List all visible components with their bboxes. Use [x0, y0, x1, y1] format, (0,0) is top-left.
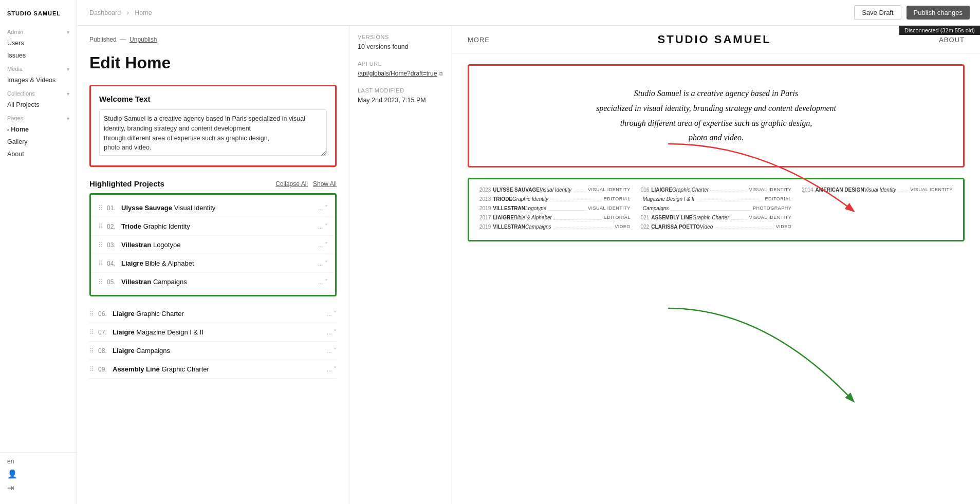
api-url-link[interactable]: /api/globals/Home?draft=true: [358, 70, 437, 77]
project-name: Liaigre Graphic Charter: [113, 310, 327, 318]
preview-nav-about: About: [939, 36, 965, 44]
chevron-down-icon: ▾: [67, 116, 69, 121]
project-actions[interactable]: ... ˅: [318, 223, 328, 230]
sidebar-item-about[interactable]: About: [0, 148, 77, 160]
unpublish-link[interactable]: Unpublish: [130, 36, 157, 43]
project-actions[interactable]: ... ˅: [318, 204, 328, 212]
highlighted-project-item[interactable]: ⠿ 01. Ulysse Sauvage Visual Identity ...…: [91, 199, 335, 217]
drag-handle-icon: ⠿: [89, 310, 94, 318]
sidebar-item-gallery[interactable]: Gallery: [0, 136, 77, 148]
project-item[interactable]: ⠿ 09. Assembly Line Graphic Charter ... …: [89, 360, 337, 379]
copy-icon[interactable]: ⧉: [439, 70, 443, 77]
main-area: Dashboard › Home Save Draft Publish chan…: [77, 0, 980, 504]
highlighted-project-item[interactable]: ⠿ 04. Liaigre Bible & Alphabet ... ˅: [91, 254, 335, 273]
info-panel: Versions 10 versions found API URL /api/…: [349, 26, 452, 504]
sidebar-item-users[interactable]: Users: [0, 37, 77, 49]
project-item[interactable]: ⠿ 07. Liaigre Magazine Design I & II ...…: [89, 323, 337, 342]
project-number: 04.: [107, 260, 121, 267]
project-item-actions[interactable]: ... ˅: [327, 366, 337, 373]
welcome-text-section: Welcome Text Studio Samuel is a creative…: [89, 85, 337, 167]
api-url-section: API URL /api/globals/Home?draft=true ⧉: [358, 61, 443, 77]
project-number: 05.: [107, 278, 121, 286]
preview-project-row: 2017LIAIGRE Bible & AlphabetEDITORIAL: [479, 214, 631, 221]
preview-project-row: CampaignsPHOTOGRAPHY: [641, 205, 792, 212]
projects-header-actions: Collapse All Show All: [275, 180, 337, 188]
breadcrumb: Dashboard › Home: [87, 9, 849, 16]
sidebar-bottom: en 👤 ⇥: [0, 452, 77, 498]
project-number: 02.: [107, 223, 121, 230]
project-number: 06.: [98, 310, 113, 318]
highlighted-project-item[interactable]: ⠿ 03. Villestran Logotype ... ˅: [91, 236, 335, 254]
api-url-value: /api/globals/Home?draft=true ⧉: [358, 70, 443, 77]
highlighted-projects-list: ⠿ 01. Ulysse Sauvage Visual Identity ...…: [89, 193, 337, 296]
project-item-actions[interactable]: ... ˅: [327, 347, 337, 354]
project-name: Ulysse Sauvage Visual Identity: [121, 204, 318, 212]
project-number: 03.: [107, 241, 121, 249]
sidebar-item-images-videos[interactable]: Images & Videos: [0, 74, 77, 86]
sidebar-item-all-projects[interactable]: All Projects: [0, 99, 77, 111]
preview-project-row: 2019VILLESTRAN LogotypeVISUAL IDENTITY: [479, 205, 631, 212]
project-name: Liaigre Magazine Design I & II: [113, 328, 327, 336]
project-number: 01.: [107, 204, 121, 212]
project-actions[interactable]: ... ˅: [318, 241, 328, 249]
drag-handle-icon: ⠿: [89, 329, 94, 336]
project-item-actions[interactable]: ... ˅: [327, 329, 337, 336]
sidebar-section-collections: Collections ▾: [0, 86, 77, 99]
breadcrumb-home[interactable]: Home: [135, 9, 152, 16]
show-all-button[interactable]: Show All: [313, 180, 337, 188]
welcome-text-title: Welcome Text: [99, 95, 327, 103]
project-number: 07.: [98, 329, 113, 336]
drag-handle-icon: ⠿: [98, 278, 103, 286]
drag-handle-icon: ⠿: [98, 260, 103, 267]
project-actions[interactable]: ... ˅: [318, 278, 328, 286]
highlighted-projects-section: Highlighted Projects Collapse All Show A…: [89, 179, 337, 379]
other-projects-list: ⠿ 06. Liaigre Graphic Charter ... ˅ ⠿ 07…: [89, 305, 337, 379]
preview-projects-far-right-col: 2014AMERICAN DESIGN Visual IdentityVISUA…: [802, 186, 953, 233]
collapse-all-button[interactable]: Collapse All: [275, 180, 308, 188]
project-name: Liaigre Campaigns: [113, 347, 327, 354]
projects-header: Highlighted Projects Collapse All Show A…: [89, 179, 337, 188]
preview-project-row: 2014AMERICAN DESIGN Visual IdentityVISUA…: [802, 186, 953, 194]
project-item[interactable]: ⠿ 06. Liaigre Graphic Charter ... ˅: [89, 305, 337, 323]
preview-projects-left-col: 2023ULYSSE SAUVAGE Visual IdentityVISUAL…: [479, 186, 631, 233]
welcome-text-input[interactable]: Studio Samuel is a creative agency based…: [99, 109, 327, 156]
sidebar-item-home[interactable]: › Home: [0, 123, 77, 136]
editor-panel: Published — Unpublish Edit Home Welcome …: [77, 26, 349, 504]
disconnected-bar: Disconnected (32m 55s old): [899, 26, 980, 35]
project-name: Liaigre Bible & Alphabet: [121, 259, 318, 267]
project-number: 09.: [98, 366, 113, 373]
preview-project-row: 016LIAIGRE Graphic CharterVISUAL IDENTIT…: [641, 186, 792, 194]
sidebar-section-media: Media ▾: [0, 62, 77, 74]
drag-handle-icon: ⠿: [98, 204, 103, 212]
save-draft-button[interactable]: Save Draft: [854, 5, 901, 20]
preview-project-row: 022CLARISSA POETTO VideoVIDEO: [641, 223, 792, 231]
highlighted-project-item[interactable]: ⠿ 02. Triode Graphic Identity ... ˅: [91, 217, 335, 236]
project-item[interactable]: ⠿ 08. Liaigre Campaigns ... ˅: [89, 342, 337, 360]
page-title: Edit Home: [89, 53, 337, 72]
logout-icon[interactable]: ⇥: [7, 483, 69, 493]
preview-project-row: Magazine Design I & IIEDITORIAL: [641, 196, 792, 203]
project-name: Villestran Logotype: [121, 241, 318, 249]
last-modified-value: May 2nd 2023, 7:15 PM: [358, 97, 443, 104]
user-icon[interactable]: 👤: [7, 469, 69, 479]
project-actions[interactable]: ... ˅: [318, 260, 328, 267]
versions-count: 10 versions found: [358, 43, 443, 50]
breadcrumb-dashboard[interactable]: Dashboard: [89, 9, 121, 16]
publish-button[interactable]: Publish changes: [907, 6, 970, 20]
drag-handle-icon: ⠿: [98, 241, 103, 249]
project-name: Assembly Line Graphic Charter: [113, 365, 327, 373]
api-url-label: API URL: [358, 61, 443, 67]
chevron-down-icon: ▾: [67, 29, 69, 35]
preview-nav-logo: STUDIO SAMUEL: [658, 33, 771, 46]
project-number: 08.: [98, 347, 113, 354]
sidebar: STUDIO SAMUEL Admin ▾ Users Issues Media…: [0, 0, 77, 504]
sidebar-item-issues[interactable]: Issues: [0, 49, 77, 62]
drag-handle-icon: ⠿: [98, 223, 103, 230]
project-item-actions[interactable]: ... ˅: [327, 310, 337, 318]
sidebar-language[interactable]: en: [7, 458, 69, 465]
drag-handle-icon: ⠿: [89, 366, 94, 373]
preview-nav-more: More: [468, 36, 490, 44]
highlighted-project-item[interactable]: ⠿ 05. Villestran Campaigns ... ˅: [91, 273, 335, 291]
preview-project-row: 2019VILLESTRAN CampaignsVIDEO: [479, 223, 631, 231]
versions-section: Versions 10 versions found: [358, 34, 443, 50]
